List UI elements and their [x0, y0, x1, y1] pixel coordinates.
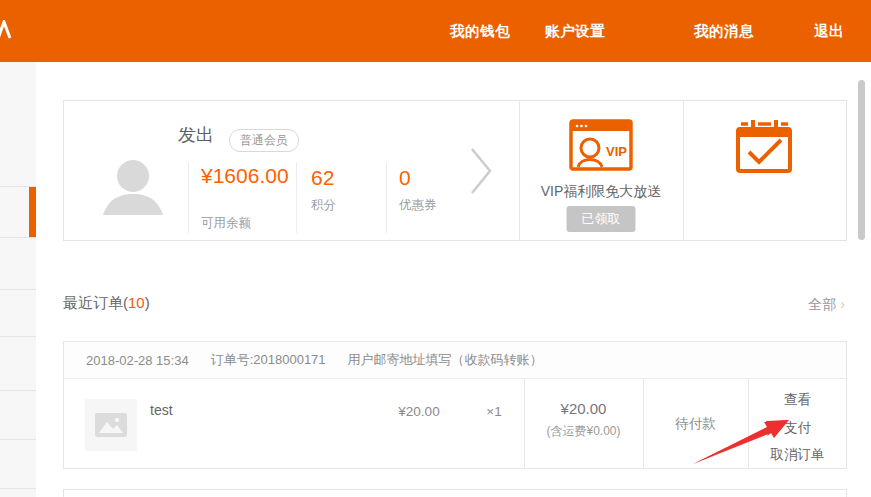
- pay-order-link[interactable]: 支付: [748, 421, 847, 435]
- order-number: 订单号:2018000171: [211, 351, 326, 369]
- svg-text:VIP: VIP: [606, 144, 627, 159]
- order-header-row: 2018-02-28 15:34 订单号:2018000171 用户邮寄地址填写…: [64, 342, 846, 379]
- vip-window-icon: VIP: [569, 119, 633, 177]
- recent-orders-title-prefix: 最近订单(: [63, 294, 128, 311]
- vip-promo-title: VIP福利限免大放送: [519, 183, 683, 201]
- checkin-block: [683, 101, 847, 240]
- sidebar-item[interactable]: [0, 290, 36, 336]
- claimed-button[interactable]: 已领取: [567, 206, 636, 232]
- quantity: ×1: [464, 404, 524, 419]
- sidebar-item[interactable]: [0, 62, 36, 186]
- shipping-note: (含运费¥0.00): [524, 423, 643, 440]
- member-level-badge: 普通会员: [229, 129, 299, 152]
- calendar-check-icon[interactable]: [735, 120, 795, 176]
- sidebar-divider: [0, 488, 36, 489]
- user-avatar: [100, 151, 166, 217]
- unit-price: ¥20.00: [364, 404, 474, 419]
- balance-value[interactable]: ¥1606.00: [201, 163, 289, 188]
- sidebar-item[interactable]: [0, 391, 36, 439]
- stat-divider: [188, 163, 189, 233]
- nav-account-settings[interactable]: 账户设置: [545, 0, 605, 62]
- order-time: 2018-02-28 15:34: [86, 353, 189, 368]
- sidebar-item-active[interactable]: [0, 187, 36, 237]
- sidebar-item[interactable]: [0, 238, 36, 289]
- top-header-bar: 我的钱包 账户设置 我的消息 退出: [0, 0, 871, 62]
- view-all-orders-link[interactable]: 全部›: [745, 296, 845, 314]
- recent-orders-title-suffix: ): [145, 294, 150, 311]
- product-thumbnail[interactable]: [85, 399, 137, 451]
- nav-logout[interactable]: 退出: [814, 0, 844, 62]
- logo-fragment-icon: [0, 20, 13, 46]
- left-sidebar: [0, 62, 36, 497]
- order-note: 用户邮寄地址填写（收款码转账）: [348, 351, 543, 369]
- vip-promo-block: VIP VIP福利限免大放送 已领取: [519, 101, 683, 240]
- orders-count: 10: [128, 294, 145, 311]
- order-actions-cell: 查看 支付 取消订单: [748, 379, 847, 468]
- recent-orders-title: 最近订单(10): [63, 294, 150, 313]
- coupons-label: 优惠券: [399, 197, 437, 214]
- scrollbar-thumb[interactable]: [858, 80, 865, 240]
- chevron-right-icon[interactable]: [468, 145, 494, 197]
- next-order-card-clipped: [63, 489, 847, 497]
- stat-divider: [386, 163, 387, 233]
- username: 发出: [178, 123, 214, 147]
- sidebar-item[interactable]: [0, 440, 36, 488]
- points-value[interactable]: 62: [311, 165, 334, 190]
- view-order-link[interactable]: 查看: [748, 393, 847, 407]
- product-name[interactable]: test: [150, 402, 173, 418]
- order-total: ¥20.00: [524, 400, 643, 417]
- order-total-cell: ¥20.00 (含运费¥0.00): [524, 379, 643, 468]
- cancel-order-link[interactable]: 取消订单: [748, 448, 847, 462]
- coupons-value[interactable]: 0: [399, 165, 411, 190]
- balance-label: 可用余额: [201, 215, 251, 232]
- points-label: 积分: [311, 197, 336, 214]
- user-info-panel: 发出 普通会员 ¥1606.00 可用余额 62 积分 0 优惠券 VIP VI…: [63, 100, 847, 241]
- nav-my-wallet[interactable]: 我的钱包: [450, 0, 510, 62]
- image-placeholder-icon: [95, 413, 127, 437]
- order-status: 待付款: [643, 379, 748, 468]
- order-card: 2018-02-28 15:34 订单号:2018000171 用户邮寄地址填写…: [63, 341, 847, 469]
- nav-my-messages[interactable]: 我的消息: [694, 0, 754, 62]
- stat-divider: [296, 163, 297, 233]
- view-all-label: 全部: [808, 296, 836, 312]
- chevron-right-small-icon: ›: [840, 296, 845, 312]
- sidebar-item[interactable]: [0, 337, 36, 390]
